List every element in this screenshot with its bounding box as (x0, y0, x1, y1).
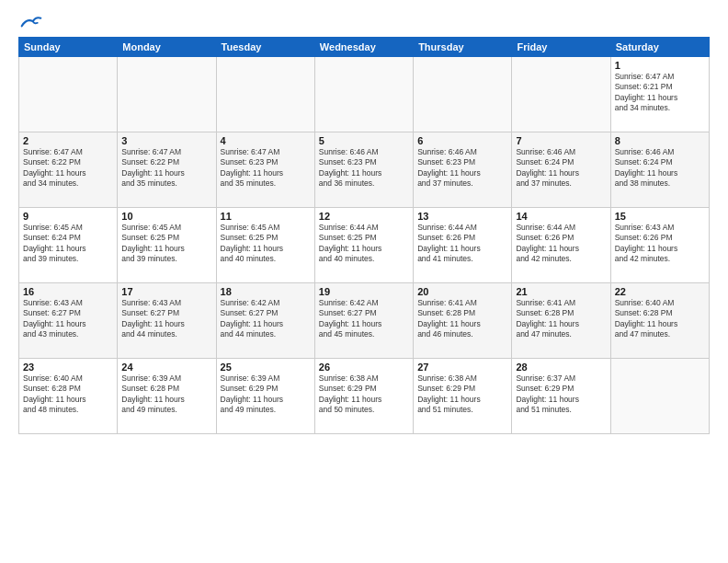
calendar-cell: 25Sunrise: 6:39 AM Sunset: 6:29 PM Dayli… (216, 359, 314, 434)
day-info: Sunrise: 6:41 AM Sunset: 6:28 PM Dayligh… (417, 298, 507, 340)
calendar-cell: 19Sunrise: 6:42 AM Sunset: 6:27 PM Dayli… (314, 283, 413, 359)
day-info: Sunrise: 6:47 AM Sunset: 6:23 PM Dayligh… (221, 147, 311, 190)
weekday-sunday: Sunday (19, 38, 118, 57)
calendar-cell: 1Sunrise: 6:47 AM Sunset: 6:21 PM Daylig… (610, 57, 709, 132)
calendar-cell (610, 359, 709, 434)
weekday-header-row: SundayMondayTuesdayWednesdayThursdayFrid… (19, 38, 710, 57)
day-number: 16 (23, 286, 113, 297)
calendar-week-3: 9Sunrise: 6:45 AM Sunset: 6:24 PM Daylig… (19, 208, 710, 283)
day-info: Sunrise: 6:40 AM Sunset: 6:28 PM Dayligh… (23, 373, 113, 416)
calendar-cell: 20Sunrise: 6:41 AM Sunset: 6:28 PM Dayli… (414, 283, 512, 359)
day-number: 24 (121, 362, 211, 373)
day-info: Sunrise: 6:40 AM Sunset: 6:28 PM Dayligh… (615, 298, 705, 340)
calendar-cell (314, 57, 413, 132)
calendar-cell (216, 57, 314, 132)
day-info: Sunrise: 6:43 AM Sunset: 6:26 PM Dayligh… (615, 223, 705, 265)
weekday-friday: Friday (512, 38, 610, 57)
day-number: 13 (417, 211, 507, 222)
day-number: 19 (319, 286, 409, 297)
day-info: Sunrise: 6:46 AM Sunset: 6:23 PM Dayligh… (417, 147, 507, 190)
calendar-cell: 15Sunrise: 6:43 AM Sunset: 6:26 PM Dayli… (610, 208, 709, 283)
day-info: Sunrise: 6:47 AM Sunset: 6:21 PM Dayligh… (615, 72, 705, 114)
calendar-week-1: 1Sunrise: 6:47 AM Sunset: 6:21 PM Daylig… (19, 57, 710, 132)
day-info: Sunrise: 6:39 AM Sunset: 6:28 PM Dayligh… (121, 373, 211, 416)
day-info: Sunrise: 6:45 AM Sunset: 6:24 PM Dayligh… (23, 223, 113, 265)
calendar-cell: 26Sunrise: 6:38 AM Sunset: 6:29 PM Dayli… (314, 359, 413, 434)
day-info: Sunrise: 6:41 AM Sunset: 6:28 PM Dayligh… (516, 298, 606, 340)
day-info: Sunrise: 6:38 AM Sunset: 6:29 PM Dayligh… (417, 373, 507, 416)
day-number: 6 (417, 135, 507, 146)
weekday-tuesday: Tuesday (216, 38, 314, 57)
weekday-monday: Monday (118, 38, 216, 57)
logo (18, 15, 42, 29)
calendar-cell: 14Sunrise: 6:44 AM Sunset: 6:26 PM Dayli… (512, 208, 610, 283)
calendar-cell: 18Sunrise: 6:42 AM Sunset: 6:27 PM Dayli… (216, 283, 314, 359)
calendar-cell (414, 57, 512, 132)
weekday-wednesday: Wednesday (314, 38, 413, 57)
calendar-cell: 21Sunrise: 6:41 AM Sunset: 6:28 PM Dayli… (512, 283, 610, 359)
calendar-cell: 8Sunrise: 6:46 AM Sunset: 6:24 PM Daylig… (610, 132, 709, 208)
day-number: 28 (516, 362, 606, 373)
calendar-cell: 3Sunrise: 6:47 AM Sunset: 6:22 PM Daylig… (118, 132, 216, 208)
day-number: 20 (417, 286, 507, 297)
calendar-cell: 11Sunrise: 6:45 AM Sunset: 6:25 PM Dayli… (216, 208, 314, 283)
calendar-cell: 4Sunrise: 6:47 AM Sunset: 6:23 PM Daylig… (216, 132, 314, 208)
day-info: Sunrise: 6:38 AM Sunset: 6:29 PM Dayligh… (319, 373, 409, 416)
calendar-cell: 5Sunrise: 6:46 AM Sunset: 6:23 PM Daylig… (314, 132, 413, 208)
day-number: 3 (121, 135, 211, 146)
logo-bird-icon (20, 15, 42, 29)
calendar-cell: 10Sunrise: 6:45 AM Sunset: 6:25 PM Dayli… (118, 208, 216, 283)
day-info: Sunrise: 6:42 AM Sunset: 6:27 PM Dayligh… (319, 298, 409, 340)
day-info: Sunrise: 6:43 AM Sunset: 6:27 PM Dayligh… (121, 298, 211, 340)
day-number: 1 (615, 60, 705, 71)
day-number: 22 (615, 286, 705, 297)
page: SundayMondayTuesdayWednesdayThursdayFrid… (0, 0, 728, 563)
day-info: Sunrise: 6:45 AM Sunset: 6:25 PM Dayligh… (121, 223, 211, 265)
day-info: Sunrise: 6:44 AM Sunset: 6:26 PM Dayligh… (417, 223, 507, 265)
calendar-week-2: 2Sunrise: 6:47 AM Sunset: 6:22 PM Daylig… (19, 132, 710, 208)
calendar-cell: 27Sunrise: 6:38 AM Sunset: 6:29 PM Dayli… (414, 359, 512, 434)
calendar-cell: 2Sunrise: 6:47 AM Sunset: 6:22 PM Daylig… (19, 132, 118, 208)
calendar-week-4: 16Sunrise: 6:43 AM Sunset: 6:27 PM Dayli… (19, 283, 710, 359)
calendar-cell: 9Sunrise: 6:45 AM Sunset: 6:24 PM Daylig… (19, 208, 118, 283)
day-number: 18 (221, 286, 311, 297)
weekday-saturday: Saturday (610, 38, 709, 57)
day-info: Sunrise: 6:39 AM Sunset: 6:29 PM Dayligh… (221, 373, 311, 416)
day-info: Sunrise: 6:44 AM Sunset: 6:25 PM Dayligh… (319, 223, 409, 265)
day-number: 2 (23, 135, 113, 146)
day-number: 12 (319, 211, 409, 222)
calendar-cell (118, 57, 216, 132)
day-number: 5 (319, 135, 409, 146)
day-info: Sunrise: 6:46 AM Sunset: 6:24 PM Dayligh… (516, 147, 606, 190)
day-info: Sunrise: 6:46 AM Sunset: 6:24 PM Dayligh… (615, 147, 705, 190)
calendar-cell (19, 57, 118, 132)
day-number: 9 (23, 211, 113, 222)
day-number: 23 (23, 362, 113, 373)
calendar-week-5: 23Sunrise: 6:40 AM Sunset: 6:28 PM Dayli… (19, 359, 710, 434)
day-number: 7 (516, 135, 606, 146)
day-info: Sunrise: 6:47 AM Sunset: 6:22 PM Dayligh… (121, 147, 211, 190)
day-number: 15 (615, 211, 705, 222)
day-info: Sunrise: 6:45 AM Sunset: 6:25 PM Dayligh… (221, 223, 311, 265)
calendar-cell: 22Sunrise: 6:40 AM Sunset: 6:28 PM Dayli… (610, 283, 709, 359)
calendar-cell: 24Sunrise: 6:39 AM Sunset: 6:28 PM Dayli… (118, 359, 216, 434)
calendar-cell: 16Sunrise: 6:43 AM Sunset: 6:27 PM Dayli… (19, 283, 118, 359)
day-number: 10 (121, 211, 211, 222)
day-number: 25 (221, 362, 311, 373)
day-number: 11 (221, 211, 311, 222)
day-info: Sunrise: 6:43 AM Sunset: 6:27 PM Dayligh… (23, 298, 113, 340)
day-number: 26 (319, 362, 409, 373)
day-number: 17 (121, 286, 211, 297)
day-number: 21 (516, 286, 606, 297)
day-number: 27 (417, 362, 507, 373)
day-number: 14 (516, 211, 606, 222)
day-info: Sunrise: 6:46 AM Sunset: 6:23 PM Dayligh… (319, 147, 409, 190)
calendar-cell: 17Sunrise: 6:43 AM Sunset: 6:27 PM Dayli… (118, 283, 216, 359)
day-number: 8 (615, 135, 705, 146)
calendar-cell: 28Sunrise: 6:37 AM Sunset: 6:29 PM Dayli… (512, 359, 610, 434)
calendar-cell: 23Sunrise: 6:40 AM Sunset: 6:28 PM Dayli… (19, 359, 118, 434)
weekday-thursday: Thursday (414, 38, 512, 57)
day-info: Sunrise: 6:47 AM Sunset: 6:22 PM Dayligh… (23, 147, 113, 190)
day-info: Sunrise: 6:42 AM Sunset: 6:27 PM Dayligh… (221, 298, 311, 340)
header (18, 15, 710, 29)
